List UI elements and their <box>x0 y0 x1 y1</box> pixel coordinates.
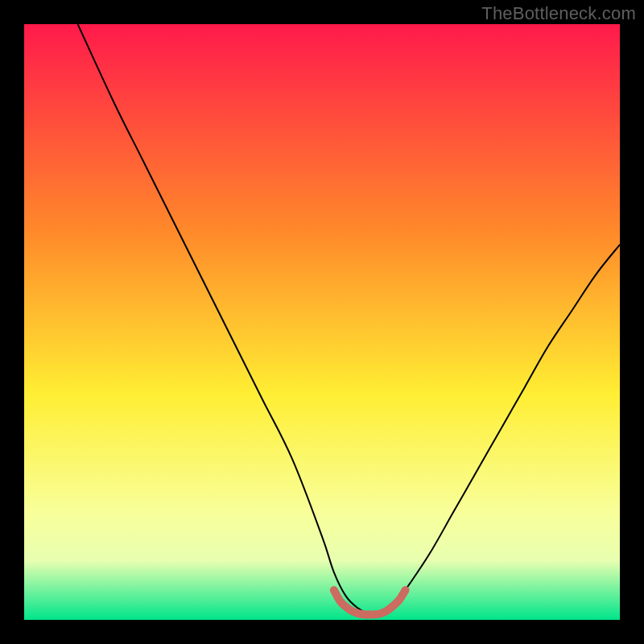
plot-area <box>24 24 620 620</box>
plot-svg <box>24 24 620 620</box>
chart-frame: TheBottleneck.com <box>0 0 644 644</box>
watermark-label: TheBottleneck.com <box>481 3 636 24</box>
gradient-background <box>24 24 620 620</box>
